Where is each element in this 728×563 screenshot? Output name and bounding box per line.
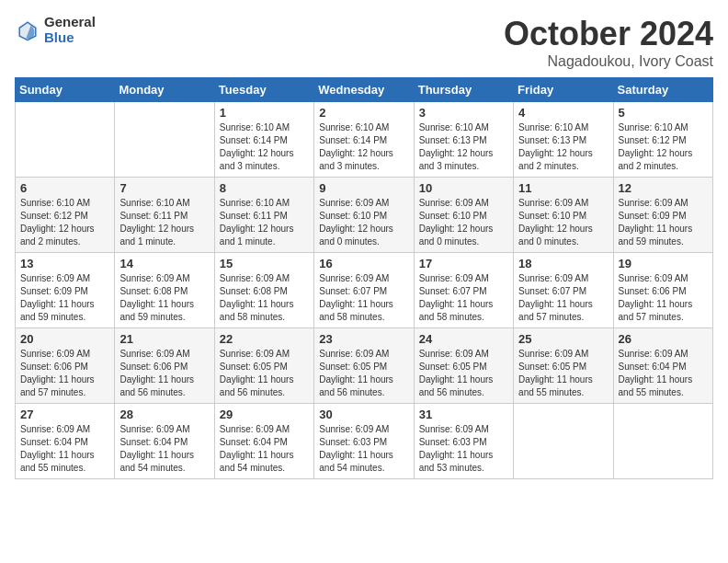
day-number: 13 <box>20 257 109 270</box>
day-info: Sunrise: 6:09 AM Sunset: 6:07 PM Dayligh… <box>319 272 408 324</box>
day-info: Sunrise: 6:09 AM Sunset: 6:05 PM Dayligh… <box>419 348 508 399</box>
calendar-day-cell: 4Sunrise: 6:10 AM Sunset: 6:13 PM Daylig… <box>514 102 613 178</box>
header: General Blue October 2024 Nagadoukou, Iv… <box>15 15 713 70</box>
day-number: 7 <box>119 181 209 195</box>
logo-blue-text: Blue <box>44 30 96 46</box>
calendar-day-cell <box>514 404 613 479</box>
calendar-day-cell: 13Sunrise: 6:09 AM Sunset: 6:09 PM Dayli… <box>16 253 115 328</box>
day-number: 31 <box>419 408 508 421</box>
calendar-day-cell: 25Sunrise: 6:09 AM Sunset: 6:05 PM Dayli… <box>514 328 613 404</box>
day-info: Sunrise: 6:09 AM Sunset: 6:09 PM Dayligh… <box>20 272 109 324</box>
calendar-day-cell <box>613 404 712 479</box>
weekday-header: Sunday <box>16 78 115 102</box>
calendar-day-cell: 16Sunrise: 6:09 AM Sunset: 6:07 PM Dayli… <box>314 253 414 328</box>
day-number: 28 <box>119 408 209 421</box>
day-number: 2 <box>319 106 408 120</box>
calendar-day-cell: 12Sunrise: 6:09 AM Sunset: 6:09 PM Dayli… <box>613 178 712 253</box>
day-info: Sunrise: 6:09 AM Sunset: 6:04 PM Dayligh… <box>619 348 708 399</box>
day-info: Sunrise: 6:10 AM Sunset: 6:11 PM Dayligh… <box>220 197 309 248</box>
day-number: 9 <box>319 181 408 195</box>
day-number: 26 <box>619 332 708 346</box>
day-number: 15 <box>220 257 309 270</box>
day-info: Sunrise: 6:09 AM Sunset: 6:03 PM Dayligh… <box>319 423 408 475</box>
location-title: Nagadoukou, Ivory Coast <box>504 53 713 70</box>
day-number: 10 <box>419 181 508 195</box>
calendar-week-row: 1Sunrise: 6:10 AM Sunset: 6:14 PM Daylig… <box>16 102 713 178</box>
weekday-header: Monday <box>115 78 214 102</box>
day-number: 20 <box>20 332 109 346</box>
weekday-header: Thursday <box>414 78 513 102</box>
calendar-week-row: 20Sunrise: 6:09 AM Sunset: 6:06 PM Dayli… <box>16 328 713 404</box>
day-number: 23 <box>319 332 408 346</box>
calendar-day-cell: 9Sunrise: 6:09 AM Sunset: 6:10 PM Daylig… <box>314 178 414 253</box>
day-number: 25 <box>518 332 608 346</box>
day-info: Sunrise: 6:10 AM Sunset: 6:13 PM Dayligh… <box>518 121 608 173</box>
calendar-day-cell: 8Sunrise: 6:10 AM Sunset: 6:11 PM Daylig… <box>214 178 313 253</box>
day-info: Sunrise: 6:09 AM Sunset: 6:05 PM Dayligh… <box>518 348 608 399</box>
day-info: Sunrise: 6:09 AM Sunset: 6:10 PM Dayligh… <box>319 197 408 248</box>
day-number: 11 <box>518 181 608 195</box>
calendar-day-cell: 19Sunrise: 6:09 AM Sunset: 6:06 PM Dayli… <box>613 253 712 328</box>
day-info: Sunrise: 6:09 AM Sunset: 6:06 PM Dayligh… <box>619 272 708 324</box>
weekday-header: Friday <box>514 78 613 102</box>
day-number: 4 <box>518 106 608 120</box>
calendar-day-cell: 18Sunrise: 6:09 AM Sunset: 6:07 PM Dayli… <box>514 253 613 328</box>
weekday-header: Tuesday <box>214 78 313 102</box>
day-number: 12 <box>619 181 708 195</box>
day-number: 16 <box>319 257 408 270</box>
calendar-week-row: 6Sunrise: 6:10 AM Sunset: 6:12 PM Daylig… <box>16 178 713 253</box>
calendar-day-cell: 17Sunrise: 6:09 AM Sunset: 6:07 PM Dayli… <box>414 253 513 328</box>
weekday-header: Saturday <box>613 78 712 102</box>
day-number: 14 <box>119 257 209 270</box>
calendar-day-cell: 14Sunrise: 6:09 AM Sunset: 6:08 PM Dayli… <box>115 253 214 328</box>
day-info: Sunrise: 6:09 AM Sunset: 6:09 PM Dayligh… <box>619 197 708 248</box>
day-info: Sunrise: 6:09 AM Sunset: 6:04 PM Dayligh… <box>220 423 309 475</box>
calendar-day-cell: 20Sunrise: 6:09 AM Sunset: 6:06 PM Dayli… <box>16 328 115 404</box>
month-title: October 2024 <box>504 15 713 53</box>
day-info: Sunrise: 6:09 AM Sunset: 6:06 PM Dayligh… <box>119 348 209 399</box>
calendar-day-cell: 31Sunrise: 6:09 AM Sunset: 6:03 PM Dayli… <box>414 404 513 479</box>
day-info: Sunrise: 6:09 AM Sunset: 6:10 PM Dayligh… <box>518 197 608 248</box>
title-block: October 2024 Nagadoukou, Ivory Coast <box>504 15 713 70</box>
calendar-day-cell: 28Sunrise: 6:09 AM Sunset: 6:04 PM Dayli… <box>115 404 214 479</box>
logo: General Blue <box>15 15 96 45</box>
calendar-day-cell: 22Sunrise: 6:09 AM Sunset: 6:05 PM Dayli… <box>214 328 313 404</box>
calendar-day-cell <box>115 102 214 178</box>
day-number: 19 <box>619 257 708 270</box>
calendar-day-cell <box>16 102 115 178</box>
calendar-day-cell: 2Sunrise: 6:10 AM Sunset: 6:14 PM Daylig… <box>314 102 414 178</box>
day-number: 30 <box>319 408 408 421</box>
calendar-day-cell: 26Sunrise: 6:09 AM Sunset: 6:04 PM Dayli… <box>613 328 712 404</box>
day-info: Sunrise: 6:09 AM Sunset: 6:06 PM Dayligh… <box>20 348 109 399</box>
calendar-day-cell: 11Sunrise: 6:09 AM Sunset: 6:10 PM Dayli… <box>514 178 613 253</box>
day-info: Sunrise: 6:10 AM Sunset: 6:12 PM Dayligh… <box>20 197 109 248</box>
day-number: 29 <box>220 408 309 421</box>
day-info: Sunrise: 6:09 AM Sunset: 6:04 PM Dayligh… <box>119 423 209 475</box>
calendar-day-cell: 3Sunrise: 6:10 AM Sunset: 6:13 PM Daylig… <box>414 102 513 178</box>
weekday-header: Wednesday <box>314 78 414 102</box>
day-info: Sunrise: 6:10 AM Sunset: 6:13 PM Dayligh… <box>419 121 508 173</box>
calendar-day-cell: 27Sunrise: 6:09 AM Sunset: 6:04 PM Dayli… <box>16 404 115 479</box>
logo-text: General Blue <box>44 15 96 45</box>
calendar-day-cell: 6Sunrise: 6:10 AM Sunset: 6:12 PM Daylig… <box>16 178 115 253</box>
weekday-header-row: SundayMondayTuesdayWednesdayThursdayFrid… <box>16 78 713 102</box>
day-info: Sunrise: 6:09 AM Sunset: 6:10 PM Dayligh… <box>419 197 508 248</box>
calendar-day-cell: 10Sunrise: 6:09 AM Sunset: 6:10 PM Dayli… <box>414 178 513 253</box>
day-info: Sunrise: 6:09 AM Sunset: 6:04 PM Dayligh… <box>20 423 109 475</box>
day-info: Sunrise: 6:09 AM Sunset: 6:08 PM Dayligh… <box>119 272 209 324</box>
day-number: 22 <box>220 332 309 346</box>
day-number: 6 <box>20 181 109 195</box>
calendar-day-cell: 7Sunrise: 6:10 AM Sunset: 6:11 PM Daylig… <box>115 178 214 253</box>
day-info: Sunrise: 6:10 AM Sunset: 6:12 PM Dayligh… <box>619 121 708 173</box>
day-info: Sunrise: 6:09 AM Sunset: 6:08 PM Dayligh… <box>220 272 309 324</box>
calendar-day-cell: 15Sunrise: 6:09 AM Sunset: 6:08 PM Dayli… <box>214 253 313 328</box>
calendar-table: SundayMondayTuesdayWednesdayThursdayFrid… <box>15 77 713 479</box>
calendar-day-cell: 5Sunrise: 6:10 AM Sunset: 6:12 PM Daylig… <box>613 102 712 178</box>
calendar-day-cell: 23Sunrise: 6:09 AM Sunset: 6:05 PM Dayli… <box>314 328 414 404</box>
day-number: 18 <box>518 257 608 270</box>
day-info: Sunrise: 6:10 AM Sunset: 6:14 PM Dayligh… <box>220 121 309 173</box>
day-info: Sunrise: 6:09 AM Sunset: 6:07 PM Dayligh… <box>518 272 608 324</box>
day-number: 5 <box>619 106 708 120</box>
calendar-week-row: 27Sunrise: 6:09 AM Sunset: 6:04 PM Dayli… <box>16 404 713 479</box>
calendar-day-cell: 30Sunrise: 6:09 AM Sunset: 6:03 PM Dayli… <box>314 404 414 479</box>
